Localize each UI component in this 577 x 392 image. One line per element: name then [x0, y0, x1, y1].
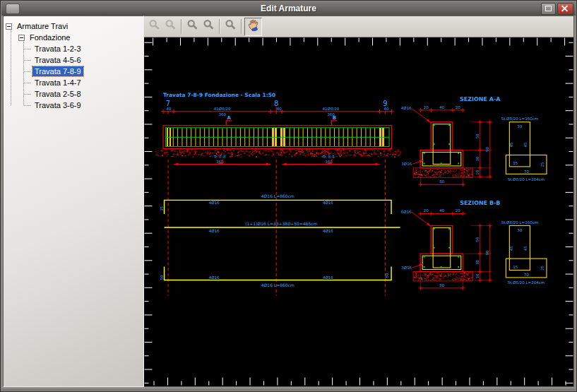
zoom-realtime-button[interactable]	[146, 18, 162, 35]
stirrup-bottom-label: St.Ø8/20 L=204cm	[508, 280, 545, 285]
stirrup-dim: 30	[517, 228, 523, 232]
zoom-window-button[interactable]	[222, 18, 239, 35]
magrone-hatch	[414, 169, 473, 178]
section-bottom-dim: 80	[439, 179, 445, 184]
section-side-total: 90	[485, 147, 489, 152]
pan-button[interactable]	[244, 18, 262, 36]
dim-span1: 360	[218, 112, 226, 117]
dim-stirrups-span1: 41Ø8/20	[214, 107, 231, 111]
stirrup-dim: 30	[517, 124, 523, 129]
zoom-in-icon	[186, 19, 198, 34]
maximize-button[interactable]	[541, 3, 556, 15]
tree-item-travata-2-5-8[interactable]: Travata 2-5-8	[31, 88, 141, 100]
section-title: SEZIONE B-B	[460, 200, 500, 206]
tree-item-travata-7-8-9[interactable]: Travata 7-8-9	[31, 66, 141, 77]
tree-item-label: Travata 1-4-7	[32, 78, 83, 88]
section-side-dim: 10	[475, 273, 480, 278]
magrone-hatch	[414, 272, 473, 281]
bar-hook-dim: 50	[160, 275, 164, 280]
section-side-dim: 50	[475, 237, 480, 242]
tree-item-travata-4-5-6[interactable]: Travata 4-5-6	[31, 54, 141, 66]
section-top-dim: 20	[424, 105, 429, 109]
stirrup-top-label: St.Ø8/20 L=160cm	[501, 117, 538, 121]
section-top-dim: 40	[439, 209, 445, 213]
tree-root-label: Armature Travi	[15, 21, 70, 31]
collapse-icon[interactable]	[18, 35, 25, 41]
app-icon	[6, 4, 20, 14]
tree-item-label: Travata 3-6-9	[32, 100, 83, 110]
span-tag-1-name: Tr. 7-8	[213, 155, 226, 159]
tree-item-label: Travata 4-5-6	[32, 55, 83, 65]
tree-root-armature-travi[interactable]: Armature Travi	[6, 20, 141, 32]
section-leader-bottom: 3Ø16	[401, 162, 412, 166]
tree-item-travata-1-2-3[interactable]: Travata 1-2-3	[31, 43, 141, 54]
dim-support: 40	[384, 107, 390, 111]
stirrup-dim: 70	[524, 170, 530, 174]
pan-icon	[247, 19, 260, 34]
cut-label-a: A	[227, 115, 231, 121]
stirrup-dim: 45	[523, 246, 528, 251]
collapse-icon[interactable]	[6, 23, 12, 30]
section-side-dim: 30	[475, 156, 480, 161]
dim-support: 40	[277, 107, 282, 111]
drawing-title: Travata 7-8-9 Fondazione - Scala 1:50	[163, 93, 275, 99]
zoom-extents-icon	[165, 19, 177, 34]
edit-armature-window: Edit Armature Armature Travi Fondazione …	[0, 0, 577, 392]
section-side-dim: 30	[475, 260, 480, 265]
drawing-canvas[interactable]: Travata 7-8-9 Fondazione - Scala 1:50 7 …	[144, 37, 573, 386]
toolbar-separator	[219, 19, 220, 34]
section-top-dim: 20	[456, 105, 461, 109]
stirrup-dim: 45	[523, 143, 528, 148]
span-tag-2-name: Tr. 8-9	[322, 155, 335, 159]
ground-hatch	[155, 150, 401, 158]
bar-hook-dim: 35	[160, 206, 164, 211]
tree-group-fondazione[interactable]: Fondazione	[18, 32, 141, 43]
section-bottom-dim: 80	[439, 283, 445, 287]
tree-children: Travata 1-2-3Travata 4-5-6Travata 7-8-9T…	[21, 43, 141, 111]
section-side-total: 90	[485, 250, 489, 255]
zoom-window-icon	[225, 19, 237, 34]
dim-stirrups-span2: 41Ø8/20	[323, 107, 340, 111]
bar-bottom-label: 4Ø16 L=860cm	[261, 283, 295, 287]
cad-canvas[interactable]: Travata 7-8-9 Fondazione - Scala 1:50 7 …	[144, 37, 573, 386]
dim-support: 40	[167, 107, 172, 111]
cut-label-b: B	[333, 115, 336, 121]
stirrup-dim: 25	[540, 162, 545, 167]
bar-mid-label: (1+1)Ø16 L=35+380+50=465cm	[245, 221, 317, 226]
zoom-realtime-icon	[148, 19, 160, 34]
stirrup-dim: 15	[513, 161, 518, 165]
tree-item-label: Travata 1-2-3	[32, 44, 83, 54]
section-top-dim: 20	[424, 209, 429, 213]
maximize-icon	[545, 6, 552, 11]
section-a: SEZIONE A-A 20 40 20	[401, 96, 547, 186]
bar-hook-dim: 50	[385, 273, 389, 278]
stirrup-dim: 25	[540, 266, 545, 271]
zoom-extents-button[interactable]	[162, 18, 179, 35]
tree-panel: Armature Travi Fondazione Travata 1-2-3T…	[3, 16, 144, 387]
section-b: SEZIONE B-B 20 40 20	[401, 200, 547, 290]
section-title: SEZIONE A-A	[460, 96, 501, 102]
bar-tick: 4Ø16	[209, 275, 220, 280]
toolbar-separator	[241, 19, 242, 34]
section-leader-top: 6Ø16	[401, 210, 412, 214]
title-bar[interactable]: Edit Armature	[1, 1, 576, 16]
tree-item-travata-3-6-9[interactable]: Travata 3-6-9	[31, 100, 141, 111]
zoom-in-button[interactable]	[184, 18, 201, 35]
close-button[interactable]	[557, 3, 573, 15]
stirrup-dim: 45	[509, 246, 513, 251]
section-leader-bottom: 3Ø16	[401, 266, 412, 270]
bar-tick: 4Ø16	[323, 229, 333, 233]
tree-item-travata-1-4-7[interactable]: Travata 1-4-7	[31, 77, 141, 88]
section-top-dim: 20	[456, 209, 461, 213]
section-side-dim: 10	[475, 170, 480, 174]
bar-tick: 4Ø16	[209, 229, 220, 233]
bar-top	[165, 200, 392, 214]
zoom-out-button[interactable]	[201, 18, 217, 35]
window-bottom-edge[interactable]	[1, 387, 576, 391]
zoom-out-icon	[203, 19, 215, 34]
stirrup-top-label: St.Ø8/20 L=160cm	[501, 220, 538, 225]
section-side-dim: 50	[475, 133, 480, 138]
drawing-main: Travata 7-8-9 Fondazione - Scala 1:50 7 …	[155, 93, 401, 296]
stirrup-dim: 70	[524, 273, 530, 277]
bar-bottom	[165, 267, 392, 280]
